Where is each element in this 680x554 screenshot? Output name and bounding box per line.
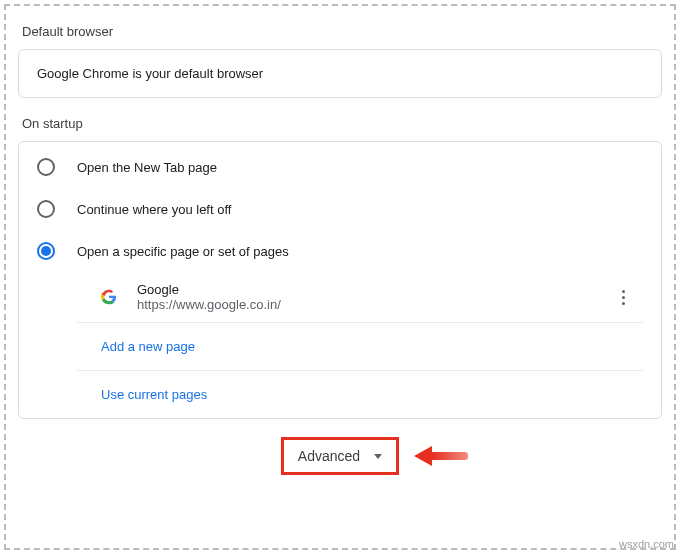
startup-card: Open the New Tab page Continue where you…	[18, 141, 662, 419]
startup-option-newtab-label: Open the New Tab page	[77, 160, 217, 175]
use-current-pages-link[interactable]: Use current pages	[77, 370, 643, 418]
startup-option-newtab[interactable]: Open the New Tab page	[37, 146, 643, 188]
default-browser-heading: Default browser	[22, 24, 662, 39]
startup-option-continue-label: Continue where you left off	[77, 202, 231, 217]
default-browser-status: Google Chrome is your default browser	[37, 66, 263, 81]
more-actions-icon[interactable]	[611, 285, 635, 309]
startup-page-title: Google	[137, 282, 281, 297]
default-browser-card: Google Chrome is your default browser	[18, 49, 662, 98]
startup-heading: On startup	[22, 116, 662, 131]
startup-option-specific[interactable]: Open a specific page or set of pages	[37, 230, 643, 272]
startup-option-specific-label: Open a specific page or set of pages	[77, 244, 289, 259]
startup-option-continue[interactable]: Continue where you left off	[37, 188, 643, 230]
advanced-toggle[interactable]: Advanced	[281, 437, 399, 475]
startup-page-url: https://www.google.co.in/	[137, 297, 281, 312]
annotation-arrow-icon	[414, 446, 468, 466]
radio-unchecked-icon	[37, 200, 55, 218]
watermark: wsxdn.com	[619, 538, 674, 550]
radio-checked-icon	[37, 242, 55, 260]
advanced-label: Advanced	[298, 448, 360, 464]
add-new-page-link[interactable]: Add a new page	[77, 322, 643, 370]
google-favicon-icon	[101, 289, 117, 305]
chevron-down-icon	[374, 454, 382, 459]
startup-page-row: Google https://www.google.co.in/	[77, 272, 643, 322]
radio-unchecked-icon	[37, 158, 55, 176]
